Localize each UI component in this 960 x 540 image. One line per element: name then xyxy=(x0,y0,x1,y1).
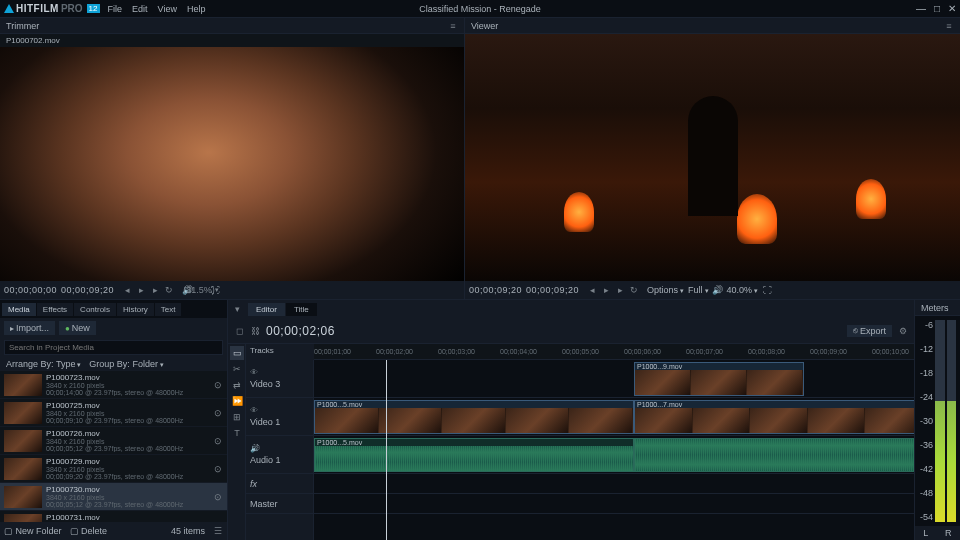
track-label-fx[interactable]: fx xyxy=(246,474,313,494)
clip-v3[interactable]: P1000...9.mov xyxy=(634,362,804,396)
trimmer-panel: Trimmer ≡ P1000702.mov 00;00;00;00 00;00… xyxy=(0,18,465,299)
editor-menu-icon[interactable]: ▾ xyxy=(232,304,242,314)
track-fx[interactable] xyxy=(314,474,914,494)
menu-view[interactable]: View xyxy=(158,4,177,14)
next-frame-icon[interactable]: ▸ xyxy=(615,285,625,295)
clip-v1b[interactable]: P1000...7.mov xyxy=(634,400,914,434)
prev-frame-icon[interactable]: ◂ xyxy=(122,285,132,295)
new-button[interactable]: ● New xyxy=(59,321,96,335)
prev-frame-icon[interactable]: ◂ xyxy=(587,285,597,295)
brand-name: HITFILM xyxy=(16,3,59,14)
track-label-audio1[interactable]: 🔊Audio 1 xyxy=(246,436,313,474)
arrange-dropdown[interactable]: Type xyxy=(56,359,81,369)
media-list[interactable]: P1000723.mov3840 x 2160 pixels00;00;14;0… xyxy=(0,371,227,522)
clip-a1a[interactable]: P1000...5.mov xyxy=(314,438,634,472)
tab-title[interactable]: Title xyxy=(286,303,317,316)
viewer-tc-out[interactable]: 00;00;09;20 xyxy=(526,285,579,295)
meter-bars xyxy=(935,320,956,522)
viewer-footer: 00;00;09;20 00;00;09;20 ◂ ▸ ▸ ↻ Options … xyxy=(465,281,960,299)
delete-button[interactable]: ▢ Delete xyxy=(70,526,108,536)
media-item-meta: 00;00;14;00 @ 23.97fps, stereo @ 48000Hz xyxy=(46,389,209,396)
media-item[interactable]: P1000731.mov3840 x 2160 pixels00;00;10;1… xyxy=(0,511,227,522)
text-tool-icon[interactable]: T xyxy=(230,426,244,440)
tab-media[interactable]: Media xyxy=(2,303,36,316)
viewer-options[interactable]: Options xyxy=(647,285,684,295)
timeline-ruler[interactable]: 00;00;01;0000;00;02;0000;00;03;0000;00;0… xyxy=(314,344,914,360)
meter-scale-tick: -24 xyxy=(919,392,933,402)
trimmer-tc-out[interactable]: 00;00;09;20 xyxy=(61,285,114,295)
playhead[interactable] xyxy=(386,360,387,540)
clip-v1a[interactable]: P1000...5.mov xyxy=(314,400,634,434)
zoom-dropdown[interactable]: (31.5%) xyxy=(196,285,206,295)
fullscreen-icon[interactable]: ⛶ xyxy=(210,285,220,295)
media-item-menu-icon[interactable]: ⊙ xyxy=(213,408,223,418)
app-logo: HITFILM PRO 12 xyxy=(4,3,100,14)
media-item-name: P1000726.mov xyxy=(46,429,209,438)
rate-tool-icon[interactable]: ⏩ xyxy=(230,394,244,408)
select-tool-icon[interactable]: ▭ xyxy=(230,346,244,360)
loop-icon[interactable]: ↻ xyxy=(164,285,174,295)
tab-effects[interactable]: Effects xyxy=(37,303,73,316)
export-button[interactable]: ⎋ Export xyxy=(847,325,892,337)
media-item[interactable]: P1000725.mov3840 x 2160 pixels00;00;09;1… xyxy=(0,399,227,427)
viewer-zoom[interactable]: 40.0% xyxy=(727,285,758,295)
track-label-video3[interactable]: 👁Video 3 xyxy=(246,360,313,398)
editor-timecode[interactable]: 00;00;02;06 xyxy=(266,324,335,338)
new-folder-button[interactable]: ▢ New Folder xyxy=(4,526,62,536)
settings-icon[interactable]: ⚙ xyxy=(898,326,908,336)
next-frame-icon[interactable]: ▸ xyxy=(150,285,160,295)
panel-menu-icon[interactable]: ≡ xyxy=(944,21,954,31)
media-item-menu-icon[interactable]: ⊙ xyxy=(213,436,223,446)
track-audio1[interactable]: P1000...5.mov xyxy=(314,436,914,474)
play-icon[interactable]: ▸ xyxy=(136,285,146,295)
media-search-input[interactable] xyxy=(4,340,223,355)
menu-edit[interactable]: Edit xyxy=(132,4,148,14)
trimmer-tc-in[interactable]: 00;00;00;00 xyxy=(4,285,57,295)
media-item[interactable]: P1000723.mov3840 x 2160 pixels00;00;14;0… xyxy=(0,371,227,399)
media-item[interactable]: P1000729.mov3840 x 2160 pixels00;00;09;2… xyxy=(0,455,227,483)
timeline-tools: ▭ ✂ ⇄ ⏩ ⊞ T xyxy=(228,344,246,540)
fullscreen-icon[interactable]: ⛶ xyxy=(762,285,772,295)
list-view-icon[interactable]: ☰ xyxy=(213,526,223,536)
track-video1[interactable]: P1000...5.mov P1000...7.mov xyxy=(314,398,914,436)
media-item-menu-icon[interactable]: ⊙ xyxy=(213,492,223,502)
media-item[interactable]: P1000730.mov3840 x 2160 pixels00;00;05;1… xyxy=(0,483,227,511)
meter-scale-tick: -12 xyxy=(919,344,933,354)
editor-header: ▾ Editor Title xyxy=(228,300,914,318)
viewer-quality[interactable]: Full xyxy=(688,285,708,295)
link-icon[interactable]: ⛓ xyxy=(250,326,260,336)
trimmer-viewport[interactable] xyxy=(0,47,464,281)
volume-icon[interactable]: 🔊 xyxy=(713,285,723,295)
media-item-meta: 00;00;09;10 @ 23.97fps, stereo @ 48000Hz xyxy=(46,417,209,424)
slice-tool-icon[interactable]: ✂ xyxy=(230,362,244,376)
snap-tool-icon[interactable]: ⊞ xyxy=(230,410,244,424)
minimize-icon[interactable]: — xyxy=(916,3,926,14)
track-label-video1[interactable]: 👁Video 1 xyxy=(246,398,313,436)
snap-icon[interactable]: ◻ xyxy=(234,326,244,336)
close-icon[interactable]: ✕ xyxy=(948,3,956,14)
media-item[interactable]: P1000726.mov3840 x 2160 pixels00;00;05;1… xyxy=(0,427,227,455)
track-master[interactable] xyxy=(314,494,914,514)
tab-editor[interactable]: Editor xyxy=(248,303,285,316)
import-button[interactable]: ▸ Import... xyxy=(4,321,55,335)
tracks-content[interactable]: P1000...9.mov P1000...5.mov P1000...7.mo… xyxy=(314,360,914,540)
play-icon[interactable]: ▸ xyxy=(601,285,611,295)
panel-menu-icon[interactable]: ≡ xyxy=(448,21,458,31)
media-item-menu-icon[interactable]: ⊙ xyxy=(213,464,223,474)
tab-history[interactable]: History xyxy=(117,303,154,316)
track-label-master[interactable]: Master xyxy=(246,494,313,514)
track-video3[interactable]: P1000...9.mov xyxy=(314,360,914,398)
viewer-viewport[interactable] xyxy=(465,34,960,281)
viewer-tc-in[interactable]: 00;00;09;20 xyxy=(469,285,522,295)
menu-file[interactable]: File xyxy=(108,4,123,14)
editor-panel: ▾ Editor Title ◻ ⛓ 00;00;02;06 ⎋ Export … xyxy=(228,300,914,540)
maximize-icon[interactable]: □ xyxy=(934,3,940,14)
clip-a1b[interactable] xyxy=(634,438,914,472)
tab-text[interactable]: Text xyxy=(155,303,182,316)
tab-controls[interactable]: Controls xyxy=(74,303,116,316)
loop-icon[interactable]: ↻ xyxy=(629,285,639,295)
media-item-menu-icon[interactable]: ⊙ xyxy=(213,380,223,390)
slip-tool-icon[interactable]: ⇄ xyxy=(230,378,244,392)
menu-help[interactable]: Help xyxy=(187,4,206,14)
group-dropdown[interactable]: Folder xyxy=(132,359,163,369)
